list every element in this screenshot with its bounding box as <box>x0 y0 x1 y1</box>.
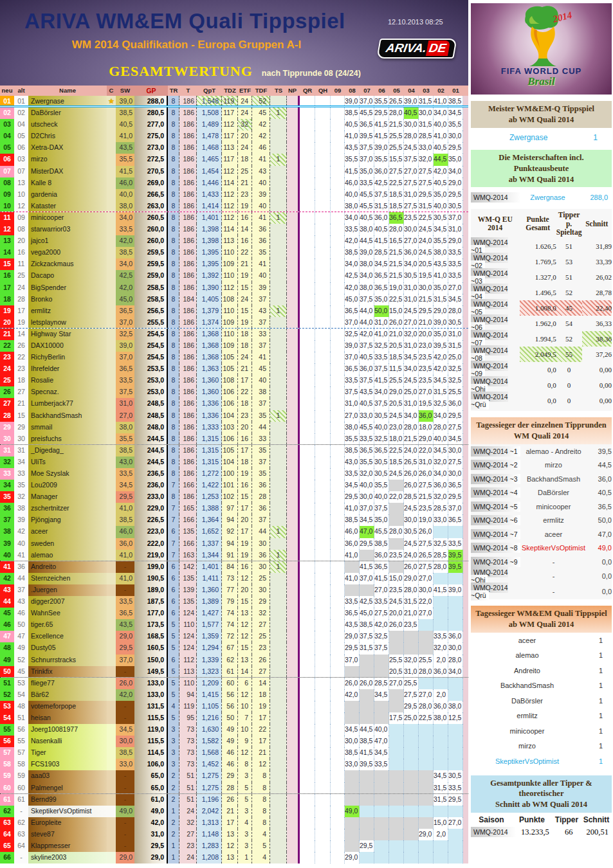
rank-old-cell: 19 <box>14 317 28 328</box>
daily-wins-cell <box>270 317 287 328</box>
wmq-avg-cell: 0,00 <box>582 377 612 393</box>
round-03-cell <box>419 736 434 747</box>
table-row: 1724BigSpender42,0258,581861,39011215394… <box>0 282 468 294</box>
quote-per-tip-cell: 1,422 <box>197 480 222 491</box>
rounds-played-cell: 5 <box>168 712 179 724</box>
round-03-cell <box>419 631 434 642</box>
qh-cell <box>315 375 331 386</box>
meister-name-link[interactable]: Zwergnase <box>509 133 547 142</box>
etf-cell: 22 <box>238 247 252 258</box>
table-right-strip <box>463 678 468 689</box>
player-name-cell: alemao <box>28 550 107 561</box>
last-round-points-cell: - <box>116 666 134 677</box>
round-07-cell: 37,5 <box>360 142 374 154</box>
tips-count-cell: 24 <box>179 806 197 817</box>
round-04-cell: 31,0 <box>404 666 419 677</box>
round-09-cell <box>331 294 345 305</box>
etf-cell: 8 <box>238 759 252 770</box>
spreadsheet-page: ARIVA WM&EM Quali Tippspiel 12.10.2013 0… <box>0 0 613 868</box>
quote-per-tip-cell: 1,465 <box>197 154 222 165</box>
table-row: 5959aaa03-65,02511,275293834,530,5 <box>0 770 468 782</box>
star-cell <box>107 201 116 212</box>
rounds-played-cell: 5 <box>168 666 179 677</box>
rank-old-cell: 56 <box>14 724 28 736</box>
round-09-cell <box>331 189 345 201</box>
table-right-strip <box>463 154 468 165</box>
tsr-title-line2: WM Quali 2014 <box>514 431 569 440</box>
round-06-cell: 35,0 <box>374 514 389 526</box>
rounds-played-cell: 7 <box>168 503 179 514</box>
rounds-played-cell: 8 <box>168 142 179 154</box>
player-name-cell: Highway Star <box>28 329 107 340</box>
rank-new-cell: 61 <box>0 794 14 806</box>
etf-cell: 20 <box>238 514 252 526</box>
round-02-cell: 35,0 <box>434 329 448 340</box>
last-round-points-cell: - <box>116 561 134 573</box>
rank-old-cell: 29 <box>14 422 28 433</box>
rank-old-cell: 08 <box>14 224 28 235</box>
table-right-strip <box>463 608 468 619</box>
qh-cell <box>315 689 331 701</box>
round-05-cell <box>389 794 404 806</box>
round-09-cell <box>331 235 345 247</box>
rank-new-cell: 51 <box>0 678 14 689</box>
round-02-cell: 32,0 <box>434 491 448 503</box>
total-points-cell: 149,5 <box>134 666 168 677</box>
rounds-played-cell: 8 <box>168 247 179 258</box>
qr-cell <box>300 503 315 514</box>
tdf-cell: 41 <box>252 154 270 165</box>
quote-per-tip-cell: 1,398 <box>197 235 222 247</box>
tdz-cell: 26 <box>222 794 238 806</box>
tagessieger-gesamt-row: SkeptikerVsOptimist1 <box>471 754 612 769</box>
rounds-played-cell: 8 <box>168 386 179 398</box>
quote-per-tip-cell: 1,452 <box>197 759 222 770</box>
rank-old-cell: 64 <box>14 840 28 852</box>
daily-wins-cell <box>270 724 287 736</box>
daily-wins-cell <box>270 829 287 840</box>
qr-cell <box>300 270 315 282</box>
rank-new-cell: 01 <box>0 96 14 105</box>
rank-old-cell: 05 <box>14 131 28 142</box>
rank-new-cell: 09 <box>0 189 14 201</box>
tips-count-cell: 186 <box>179 177 197 189</box>
tagessieger-gesamt-row: alemao1 <box>471 648 612 664</box>
tdf-cell: 45 <box>252 363 270 375</box>
etf-cell: 14 <box>238 666 252 677</box>
daily-wins-cell <box>270 142 287 154</box>
tsr-round-label-text: WMQ-2014 ~3 <box>471 474 520 484</box>
round-07-cell: 31,5 <box>360 642 374 654</box>
round-02-cell: 28,0 <box>434 422 448 433</box>
qh-cell <box>315 526 331 538</box>
last-round-points-cell: 34,5 <box>116 724 134 736</box>
tsg-player-name[interactable]: SkeptikerVsOptimist <box>471 757 583 765</box>
wmq-points-cell: 0,0 <box>520 393 556 408</box>
tdz-cell: 73 <box>222 573 238 584</box>
wmq-header-cell: Schnitt <box>582 209 612 239</box>
np-cell <box>287 829 298 840</box>
qh-cell <box>315 747 331 759</box>
star-cell <box>107 386 116 398</box>
quote-per-tip-cell: 1,272 <box>197 468 222 480</box>
qr-cell <box>300 608 315 619</box>
round-04-cell: 34,0 <box>404 363 419 375</box>
tips-count-cell: 186 <box>179 224 197 235</box>
rank-new-cell: 65 <box>0 840 14 852</box>
etf-cell: 3 <box>238 770 252 782</box>
star-cell <box>107 712 116 724</box>
star-cell <box>107 247 116 258</box>
qh-cell <box>315 142 331 154</box>
star-cell <box>107 631 116 642</box>
round-01-cell: 27,0 <box>448 282 463 294</box>
round-02-cell: 35,0 <box>434 189 448 201</box>
round-05-cell <box>389 852 404 863</box>
round-05-cell <box>389 514 404 526</box>
rounds-played-cell: 8 <box>168 154 179 165</box>
champion-name-link[interactable]: Zwergnase <box>521 194 574 201</box>
rounds-played-cell: 6 <box>168 608 179 619</box>
tips-count-cell: 186 <box>179 96 197 105</box>
wmq-row: WMQ-2014 ~090,000,00 <box>471 362 612 377</box>
np-cell <box>287 736 298 747</box>
round-02-cell: 32,0 <box>434 457 448 468</box>
total-points-cell: 29,0 <box>134 852 168 863</box>
table-row: 5451heisan-115,55951,2165071717,525,022,… <box>0 712 468 724</box>
